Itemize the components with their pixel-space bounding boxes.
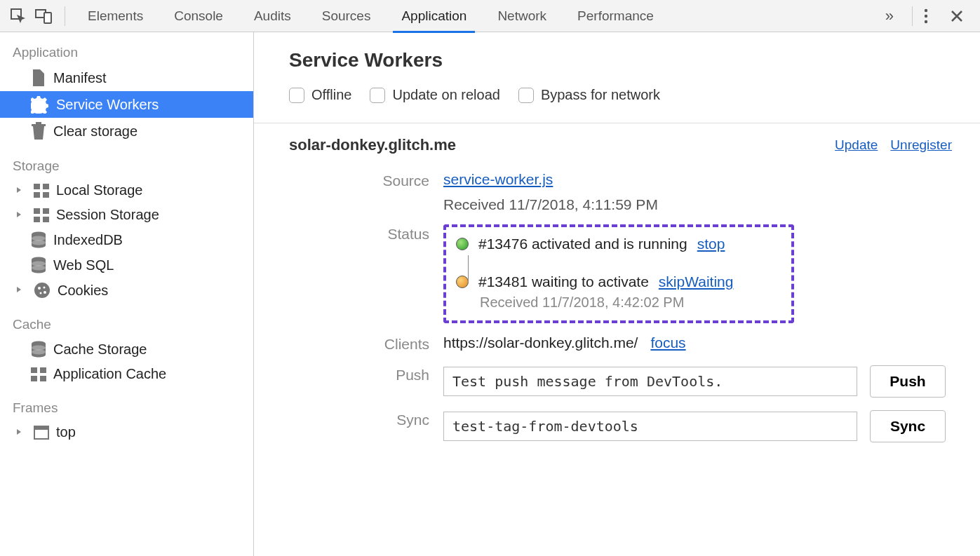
sidebar-item-application-cache[interactable]: Application Cache bbox=[0, 362, 253, 386]
inspect-icon[interactable] bbox=[7, 5, 29, 27]
label-clients: Clients bbox=[289, 334, 443, 353]
sync-input[interactable] bbox=[443, 412, 857, 441]
stop-link[interactable]: stop bbox=[697, 236, 725, 252]
sidebar-item-websql[interactable]: Web SQL bbox=[0, 252, 253, 278]
status-dot-orange-icon bbox=[456, 276, 469, 288]
sidebar: Application Manifest Service Workers Cle… bbox=[0, 32, 254, 556]
push-button[interactable]: Push bbox=[870, 365, 946, 398]
svg-rect-11 bbox=[43, 208, 49, 214]
section-cache: Cache bbox=[0, 311, 253, 337]
sidebar-item-label: Application Cache bbox=[53, 366, 166, 382]
section-application: Application bbox=[0, 39, 253, 65]
svg-point-24 bbox=[43, 291, 46, 294]
tab-audits[interactable]: Audits bbox=[239, 0, 307, 32]
checkbox-update-on-reload[interactable]: Update on reload bbox=[370, 87, 499, 103]
cookie-icon bbox=[34, 282, 51, 299]
options-row: Offline Update on reload Bypass for netw… bbox=[289, 87, 952, 110]
database-icon bbox=[31, 341, 46, 358]
status-highlight-box: #13476 activated and is running stop #13… bbox=[443, 224, 794, 323]
label-push: Push bbox=[289, 365, 443, 384]
sidebar-item-label: Session Storage bbox=[56, 207, 159, 223]
svg-point-26 bbox=[32, 346, 46, 351]
sidebar-item-cache-storage[interactable]: Cache Storage bbox=[0, 337, 253, 362]
grid-icon bbox=[34, 184, 49, 198]
sidebar-item-cookies[interactable]: Cookies bbox=[0, 278, 253, 303]
sidebar-item-service-workers[interactable]: Service Workers bbox=[0, 91, 253, 118]
toolbar-separator bbox=[65, 6, 65, 26]
svg-point-20 bbox=[34, 283, 50, 298]
page-title: Service Workers bbox=[289, 49, 952, 72]
svg-rect-13 bbox=[43, 217, 49, 222]
svg-rect-31 bbox=[40, 376, 46, 381]
divider bbox=[254, 123, 980, 123]
sidebar-item-label: Service Workers bbox=[56, 97, 159, 113]
sidebar-item-clear-storage[interactable]: Clear storage bbox=[0, 118, 253, 144]
tab-elements[interactable]: Elements bbox=[72, 0, 159, 32]
sidebar-item-label: IndexedDB bbox=[53, 232, 123, 248]
svg-point-23 bbox=[40, 292, 42, 294]
unregister-link[interactable]: Unregister bbox=[890, 137, 952, 153]
grid-icon bbox=[31, 367, 46, 381]
svg-rect-10 bbox=[34, 208, 40, 214]
frame-icon bbox=[34, 426, 49, 440]
focus-link[interactable]: focus bbox=[650, 334, 685, 351]
source-file-link[interactable]: service-worker.js bbox=[443, 171, 553, 187]
chevron-right-icon bbox=[15, 428, 24, 437]
device-toggle-icon[interactable] bbox=[32, 5, 55, 27]
sidebar-item-indexeddb[interactable]: IndexedDB bbox=[0, 227, 253, 252]
sidebar-item-label: Cookies bbox=[58, 283, 108, 299]
gear-icon bbox=[31, 95, 49, 114]
svg-point-22 bbox=[43, 287, 46, 289]
skipwaiting-link[interactable]: skipWaiting bbox=[659, 273, 734, 290]
database-icon bbox=[31, 257, 46, 273]
close-icon[interactable] bbox=[951, 10, 973, 22]
svg-rect-2 bbox=[44, 13, 51, 23]
checkbox-offline[interactable]: Offline bbox=[289, 87, 351, 103]
tab-sources[interactable]: Sources bbox=[307, 0, 387, 32]
chevron-right-icon bbox=[15, 187, 24, 195]
svg-point-21 bbox=[38, 287, 41, 290]
status-dot-green-icon bbox=[456, 238, 469, 250]
status-waiting-received: Received 11/7/2018, 4:42:02 PM bbox=[480, 294, 777, 311]
svg-point-3 bbox=[925, 8, 927, 11]
svg-rect-7 bbox=[43, 184, 49, 189]
svg-point-27 bbox=[32, 350, 46, 355]
trash-icon bbox=[31, 122, 46, 140]
sidebar-item-manifest[interactable]: Manifest bbox=[0, 65, 253, 91]
sidebar-item-session-storage[interactable]: Session Storage bbox=[0, 203, 253, 227]
svg-point-19 bbox=[32, 266, 46, 271]
label-source: Source bbox=[289, 171, 443, 189]
svg-rect-12 bbox=[34, 217, 40, 222]
devtools-toolbar: Elements Console Audits Sources Applicat… bbox=[0, 0, 980, 32]
sidebar-item-top[interactable]: top bbox=[0, 420, 253, 445]
document-icon bbox=[31, 69, 46, 87]
tab-application[interactable]: Application bbox=[386, 0, 482, 32]
more-tabs-icon[interactable]: » bbox=[878, 7, 901, 25]
status-waiting: #13481 waiting to activate skipWaiting bbox=[456, 273, 777, 290]
tab-network[interactable]: Network bbox=[482, 0, 562, 32]
label-status: Status bbox=[289, 224, 443, 243]
svg-rect-30 bbox=[31, 376, 37, 381]
checkbox-bypass-for-network[interactable]: Bypass for network bbox=[518, 87, 660, 103]
svg-point-16 bbox=[32, 240, 46, 245]
update-link[interactable]: Update bbox=[835, 137, 878, 153]
svg-rect-33 bbox=[34, 426, 48, 430]
svg-point-4 bbox=[925, 14, 927, 17]
main-panel: Service Workers Offline Update on reload… bbox=[254, 32, 980, 556]
kebab-menu-icon[interactable] bbox=[924, 8, 946, 24]
sidebar-item-local-storage[interactable]: Local Storage bbox=[0, 178, 253, 203]
tab-console[interactable]: Console bbox=[159, 0, 239, 32]
tab-performance[interactable]: Performance bbox=[562, 0, 669, 32]
sidebar-item-label: Manifest bbox=[53, 70, 107, 86]
sync-button[interactable]: Sync bbox=[870, 410, 946, 442]
toolbar-tabs: Elements Console Audits Sources Applicat… bbox=[72, 0, 669, 32]
svg-point-18 bbox=[32, 262, 46, 266]
grid-icon bbox=[34, 208, 49, 222]
received-text: Received 11/7/2018, 4:11:59 PM bbox=[443, 196, 952, 213]
sidebar-item-label: Web SQL bbox=[53, 257, 114, 273]
sidebar-item-label: Clear storage bbox=[53, 123, 137, 140]
database-icon bbox=[31, 231, 46, 248]
label-sync: Sync bbox=[289, 410, 443, 428]
push-input[interactable] bbox=[443, 367, 857, 396]
toolbar-separator-2 bbox=[912, 6, 913, 26]
